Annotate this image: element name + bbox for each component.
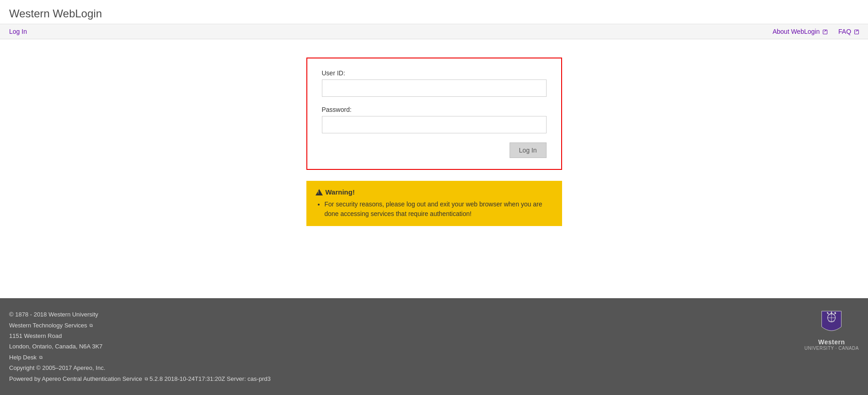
form-actions: Log In [322, 142, 547, 158]
warning-list-item: For security reasons, please log out and… [325, 200, 553, 219]
footer-western-text: Western [818, 338, 845, 346]
nav-faq-link[interactable]: FAQ [838, 28, 859, 35]
footer-ext-icon-cas: ⧉ [145, 375, 148, 383]
site-title: Western WebLogin [9, 7, 859, 20]
external-link-icon-faq [854, 30, 859, 34]
footer-right: Western UNIVERSITY · CANADA [805, 309, 859, 351]
nav-right: About WebLogin FAQ [773, 28, 859, 35]
footer-helpdesk-link[interactable]: Help Desk ⧉ [9, 354, 42, 361]
password-input[interactable] [322, 116, 547, 133]
footer-helpdesk: Help Desk ⧉ [9, 352, 271, 363]
footer-address1: 1151 Western Road [9, 331, 271, 341]
main-content: User ID: Password: Log In Warning! For s… [0, 39, 868, 298]
footer-ext-icon-org: ⧉ [89, 321, 93, 330]
userid-label: User ID: [322, 69, 547, 77]
login-form-container: User ID: Password: Log In [306, 58, 562, 170]
warning-list: For security reasons, please log out and… [325, 200, 553, 219]
nav-login-link[interactable]: Log In [9, 28, 27, 35]
warning-box: Warning! For security reasons, please lo… [306, 181, 562, 226]
western-university-logo [818, 309, 845, 337]
nav-about-link[interactable]: About WebLogin [773, 28, 827, 35]
external-link-icon-about [823, 30, 827, 34]
password-label: Password: [322, 106, 547, 113]
footer-org-link[interactable]: Western Technology Services ⧉ [9, 322, 93, 329]
login-button[interactable]: Log In [510, 142, 547, 158]
warning-triangle-icon [316, 189, 323, 195]
site-header: Western WebLogin [0, 0, 868, 24]
site-footer: © 1878 - 2018 Western University Western… [0, 298, 868, 395]
password-field-group: Password: [322, 106, 547, 133]
userid-input[interactable] [322, 79, 547, 97]
footer-left: © 1878 - 2018 Western University Western… [9, 309, 271, 384]
nav-bar: Log In About WebLogin FAQ [0, 24, 868, 39]
nav-left: Log In [9, 28, 27, 35]
footer-apereo-copyright: Copyright © 2005–2017 Apereo, Inc. [9, 363, 271, 373]
footer-copyright: © 1878 - 2018 Western University [9, 309, 271, 320]
footer-western-subtext: UNIVERSITY · CANADA [805, 346, 859, 351]
footer-address2: London, Ontario, Canada, N6A 3K7 [9, 341, 271, 352]
footer-ext-icon-helpdesk: ⧉ [39, 353, 42, 362]
warning-title: Warning! [316, 188, 553, 196]
footer-cas-link[interactable]: Powered by Apereo Central Authentication… [9, 375, 149, 382]
userid-field-group: User ID: [322, 69, 547, 97]
footer-powered-by: Powered by Apereo Central Authentication… [9, 374, 271, 384]
footer-org: Western Technology Services ⧉ [9, 320, 271, 331]
